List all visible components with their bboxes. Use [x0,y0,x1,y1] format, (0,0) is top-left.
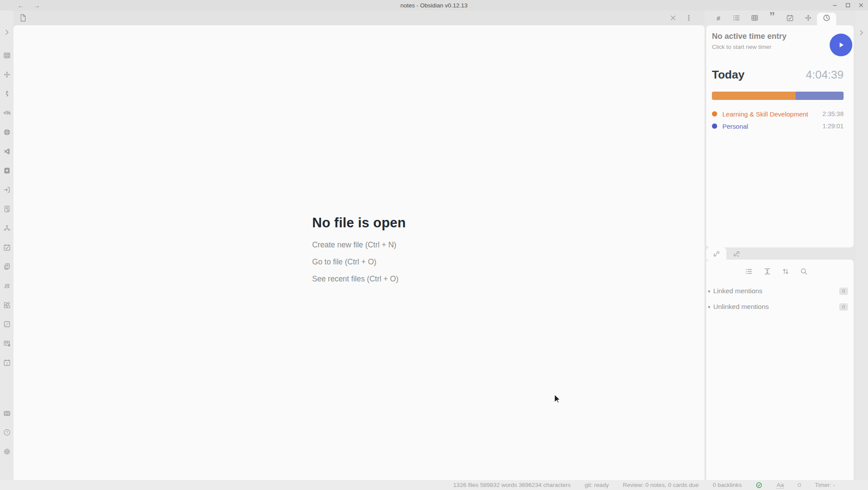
svg-text:?: ? [6,430,8,435]
more-options-icon[interactable] [685,14,692,21]
move-tab-icon[interactable] [804,14,812,22]
help-icon[interactable]: ? [3,428,11,436]
linked-mentions-label: Linked mentions [713,287,839,295]
blocks-icon[interactable] [3,301,11,309]
today-label: Today [712,68,745,82]
settings-gear-icon[interactable] [3,448,11,456]
entry-label: Learning & Skill Development [722,110,823,118]
linked-mentions-header[interactable]: ▾ Linked mentions 0 [708,286,848,296]
action-see-recent-files[interactable]: See recent files (Ctrl + O) [312,274,406,284]
graph-move-icon[interactable] [3,71,11,79]
entry-label: Personal [722,123,823,130]
sync-check-icon[interactable] [756,482,762,489]
play-icon [837,41,845,49]
timer-status[interactable]: Timer: - [815,482,835,488]
collapse-right-sidebar-icon[interactable] [858,29,865,37]
calendar-check-icon[interactable] [3,243,11,251]
timer-entry-row[interactable]: Personal 1:29:01 [712,122,844,130]
quotes-tab-icon[interactable]: ” [768,14,776,22]
editor-pane: No file is open Create new file (Ctrl + … [14,10,705,480]
workspace: <% [0,10,868,480]
globe-icon[interactable] [3,128,11,136]
screenshot-icon[interactable] [3,409,11,417]
table-gear-icon[interactable] [3,339,11,347]
timer-status-text: No active time entry [712,32,786,41]
backlinks-tab[interactable] [706,247,726,260]
unlinked-mentions-label: Unlinked mentions [713,303,839,311]
search-icon[interactable] [800,267,808,276]
sort-icon[interactable] [781,267,790,276]
bullet-list-icon[interactable] [745,267,753,276]
progress-segment-learning [712,92,796,100]
card-stack-icon[interactable] [3,282,11,290]
git-status: git: ready [585,482,609,488]
progress-segment-personal [796,92,844,100]
entry-color-dot [712,111,717,117]
review-status[interactable]: Review: 0 notes, 0 cards due [623,482,699,488]
unlinked-mentions-header[interactable]: ▾ Unlinked mentions 0 [708,302,848,312]
minimize-icon[interactable] [831,2,838,9]
entry-color-dot [712,123,717,129]
sign-in-icon[interactable] [3,186,11,194]
templater-icon[interactable]: <% [3,109,11,117]
editor-empty-state: No file is open Create new file (Ctrl + … [14,25,705,480]
flashcards-icon[interactable] [3,205,11,213]
indicator-square-icon[interactable] [798,483,801,487]
timer-hint-text: Click to start new timer [712,44,772,50]
expand-sidebar-icon[interactable] [3,28,11,36]
unlinked-mentions-count: 0 [839,303,848,311]
table-icon[interactable] [3,51,11,59]
outgoing-links-icon [733,250,740,257]
svg-text:1: 1 [6,361,7,365]
action-go-to-file[interactable]: Go to file (Ctrl + O) [312,257,406,267]
collapse-triangle-icon: ▾ [708,289,713,294]
backlinks-count[interactable]: 0 backlinks [713,482,742,488]
outgoing-links-tab[interactable] [726,247,746,260]
calendar-tab-icon[interactable] [786,14,794,22]
linked-mentions-count: 0 [839,288,848,295]
maximize-icon[interactable] [844,2,851,9]
today-progress-bar [712,92,844,100]
daily-note-icon[interactable]: 1 [3,359,11,367]
timer-tab-icon[interactable] [823,14,831,22]
knot-icon[interactable] [3,90,11,98]
entry-time: 1:29:01 [823,123,844,130]
vscode-icon[interactable] [3,147,11,155]
outline-tab-icon[interactable] [732,14,740,22]
font-toggle[interactable]: Aa [776,482,784,489]
empty-state-title: No file is open [312,215,406,231]
tags-tab-icon[interactable]: # [715,14,722,22]
action-create-new-file[interactable]: Create new file (Ctrl + N) [312,240,406,250]
copy-files-icon[interactable] [3,263,11,271]
right-sidebar: # ” No active time entry Click to start … [705,10,855,480]
nav-forward-icon[interactable]: → [34,2,40,9]
collapse-triangle-icon: ▾ [708,305,713,309]
today-total-time: 4:04:39 [806,68,844,82]
start-timer-button[interactable] [830,34,852,56]
entry-time: 2:35:38 [823,110,844,117]
backlinks-panel: ▾ Linked mentions 0 ▾ Unlinked mentions … [706,260,854,480]
collapse-vertical-icon[interactable] [763,267,772,276]
timer-entry-row[interactable]: Learning & Skill Development 2:35:38 [712,110,844,118]
backlinks-tab-bar [706,247,746,260]
nav-back-icon[interactable]: ← [17,2,24,9]
left-ribbon: <% [0,10,14,480]
close-tab-icon[interactable] [670,14,677,21]
molecule-icon[interactable] [3,224,11,232]
timer-panel: No active time entry Click to start new … [706,25,854,247]
right-panel-tab-bar: # ” [705,10,855,25]
window-title: notes - Obsidian v0.12.13 [401,0,468,10]
right-ribbon [855,10,868,480]
statusbar: 1326 files 589832 words 3696234 characte… [0,480,868,490]
backlinks-icon [713,250,720,257]
close-icon[interactable] [858,2,865,9]
editor-tab-header[interactable] [14,10,705,25]
file-icon [19,14,27,22]
titlebar: ← → notes - Obsidian v0.12.13 [0,0,868,10]
file-stats: 1326 files 589832 words 3696234 characte… [453,482,571,488]
star-badge-icon[interactable] [3,167,11,175]
dice-icon[interactable] [3,320,11,328]
table-tab-icon[interactable] [751,14,759,22]
